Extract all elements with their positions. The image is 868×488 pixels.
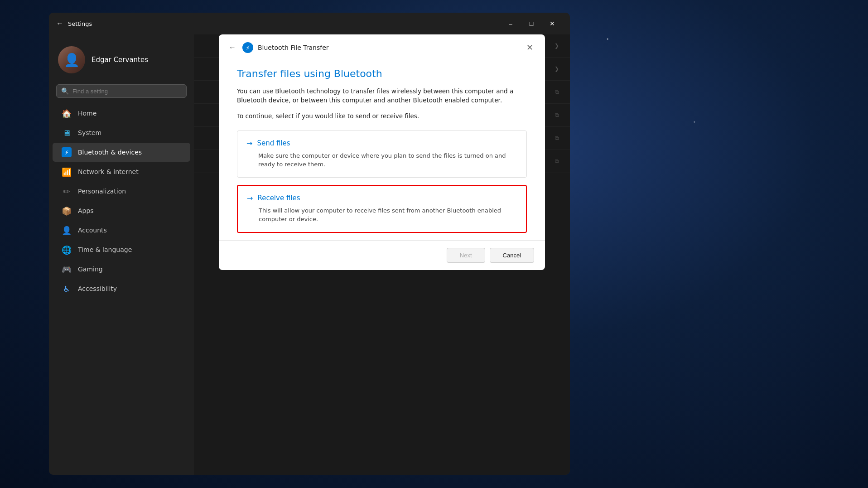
send-files-desc: Make sure the computer or device where y… [246,151,517,169]
dialog-header: ← ⚡ Bluetooth File Transfer ✕ [219,34,545,59]
minimize-button[interactable]: – [500,16,521,31]
title-bar: ← Settings – □ ✕ [49,13,570,34]
dialog-main-title: Transfer files using Bluetooth [237,68,527,79]
option-title-row-send: → Send files [246,139,517,148]
sidebar-item-label: Apps [78,207,94,214]
send-arrow-icon: → [246,139,252,148]
receive-arrow-icon: → [247,194,253,203]
sidebar-item-bluetooth[interactable]: ⚡ Bluetooth & devices [53,143,190,162]
receive-files-desc: This will allow your computer to receive… [247,206,517,224]
network-icon: 📶 [62,167,72,177]
sidebar-item-label: System [78,129,101,136]
dialog-bluetooth-icon: ⚡ [242,42,253,53]
send-files-option[interactable]: → Send files Make sure the computer or d… [237,130,527,178]
option-title-row-receive: → Receive files [247,194,517,203]
sidebar-item-label: Gaming [78,266,103,273]
dialog-close-button[interactable]: ✕ [523,41,537,54]
cancel-button[interactable]: Cancel [490,248,534,263]
settings-window: ← Settings – □ ✕ 👤 Edgar Cervantes 🔍 [49,13,570,475]
user-profile: 👤 Edgar Cervantes [49,39,194,82]
bluetooth-file-transfer-dialog: ← ⚡ Bluetooth File Transfer ✕ Transfer f… [219,34,545,270]
dialog-header-left: ← ⚡ Bluetooth File Transfer [227,42,329,53]
user-name: Edgar Cervantes [92,56,148,64]
accessibility-icon: ♿ [62,284,72,294]
receive-files-option[interactable]: → Receive files This will allow your com… [237,185,527,233]
sidebar-item-home[interactable]: 🏠 Home [53,104,190,123]
home-icon: 🏠 [62,108,72,118]
titlebar-back-button[interactable]: ← [56,19,63,28]
sidebar-item-gaming[interactable]: 🎮 Gaming [53,260,190,279]
window-body: 👤 Edgar Cervantes 🔍 🏠 Home 🖥 System [49,34,570,475]
window-title: Settings [68,20,500,27]
search-input[interactable] [72,88,182,95]
avatar: 👤 [58,46,85,73]
dialog-header-title: Bluetooth File Transfer [258,44,329,51]
sidebar-item-label: Bluetooth & devices [78,149,142,156]
dialog-overlay: ← ⚡ Bluetooth File Transfer ✕ Transfer f… [194,34,570,475]
sidebar-nav: 🏠 Home 🖥 System ⚡ Bluetooth & devices 📶 … [49,103,194,299]
dialog-footer: Next Cancel [219,240,545,270]
dialog-description: You can use Bluetooth technology to tran… [237,87,527,105]
sidebar-item-accounts[interactable]: 👤 Accounts [53,221,190,240]
sidebar-item-system[interactable]: 🖥 System [53,123,190,142]
sidebar: 👤 Edgar Cervantes 🔍 🏠 Home 🖥 System [49,34,194,475]
sidebar-item-label: Personalization [78,188,126,195]
dialog-sub-text: To continue, select if you would like to… [237,112,527,120]
avatar-image: 👤 [58,46,85,73]
main-area: ❯ ❯ ⧉ ⧉ ⧉ ⧉ [194,34,570,475]
search-icon: 🔍 [61,87,69,95]
sidebar-item-label: Accessibility [78,285,117,292]
sidebar-item-personalization[interactable]: ✏ Personalization [53,182,190,201]
personalization-icon: ✏ [62,186,72,196]
sidebar-item-network[interactable]: 📶 Network & internet [53,162,190,181]
sidebar-item-label: Time & language [78,246,132,253]
sidebar-item-time[interactable]: 🌐 Time & language [53,240,190,259]
system-icon: 🖥 [62,128,72,138]
search-box[interactable]: 🔍 [56,84,187,98]
sidebar-item-apps[interactable]: 📦 Apps [53,201,190,220]
next-button[interactable]: Next [447,248,485,263]
sidebar-item-label: Network & internet [78,168,139,175]
sidebar-item-label: Home [78,110,96,117]
maximize-button[interactable]: □ [521,16,542,31]
gaming-icon: 🎮 [62,264,72,274]
receive-files-title: Receive files [257,194,300,202]
send-files-title: Send files [257,139,290,147]
time-icon: 🌐 [62,245,72,255]
accounts-icon: 👤 [62,225,72,235]
dialog-body: Transfer files using Bluetooth You can u… [219,59,545,240]
sidebar-item-accessibility[interactable]: ♿ Accessibility [53,279,190,298]
dialog-back-button[interactable]: ← [227,42,238,53]
sidebar-item-label: Accounts [78,227,107,234]
close-button[interactable]: ✕ [542,16,563,31]
apps-icon: 📦 [62,206,72,216]
window-controls: – □ ✕ [500,16,563,31]
bluetooth-icon: ⚡ [62,147,72,157]
